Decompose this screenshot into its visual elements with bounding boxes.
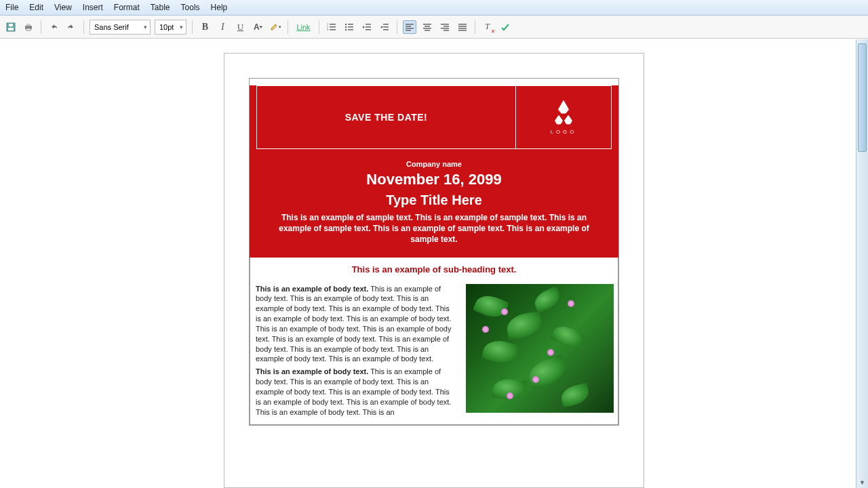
bold-icon[interactable]: B	[198, 20, 212, 34]
svg-rect-13	[348, 24, 353, 25]
svg-rect-22	[383, 26, 389, 28]
svg-rect-39	[458, 30, 467, 31]
font-family-select[interactable]: Sans Serif	[90, 20, 151, 35]
spellcheck-icon[interactable]	[498, 20, 512, 34]
print-icon[interactable]	[22, 20, 35, 34]
svg-rect-32	[441, 24, 449, 25]
svg-rect-2	[9, 24, 13, 26]
logo-icon	[555, 100, 572, 125]
align-right-icon[interactable]	[438, 20, 452, 34]
menu-format[interactable]: Format	[114, 3, 140, 12]
svg-point-14	[344, 26, 346, 27]
scroll-down-icon[interactable]: ▼	[856, 477, 868, 488]
bullet-list-icon[interactable]	[342, 20, 356, 34]
event-title[interactable]: Type Title Here	[270, 192, 598, 208]
svg-rect-1	[8, 28, 14, 30]
svg-rect-33	[443, 26, 449, 27]
svg-rect-24	[406, 24, 414, 25]
svg-rect-30	[423, 28, 431, 29]
body-text[interactable]: This is an example of body text. This is…	[250, 280, 462, 424]
svg-rect-4	[26, 24, 31, 26]
svg-rect-34	[441, 28, 449, 29]
subheading[interactable]: This is an example of sub-heading text.	[250, 258, 618, 280]
indent-icon[interactable]	[378, 20, 391, 34]
document-canvas[interactable]: SAVE THE DATE! LOGO Company name Novembe…	[0, 39, 868, 488]
menu-insert[interactable]: Insert	[83, 3, 103, 12]
svg-rect-15	[348, 26, 353, 28]
italic-icon[interactable]: I	[216, 20, 229, 34]
svg-rect-20	[366, 29, 371, 30]
numbered-list-icon[interactable]: 123	[325, 20, 338, 34]
svg-rect-17	[348, 29, 353, 30]
menu-help[interactable]: Help	[211, 3, 228, 12]
svg-rect-19	[366, 26, 371, 28]
logo-cell: LOGO	[516, 86, 611, 148]
document-frame: SAVE THE DATE! LOGO Company name Novembe…	[249, 78, 619, 426]
banner-text[interactable]: SAVE THE DATE!	[257, 86, 516, 148]
clear-formatting-icon[interactable]: T✕	[481, 20, 494, 34]
body-lead-2: This is an example of body text.	[256, 367, 368, 375]
svg-rect-27	[406, 30, 411, 31]
underline-icon[interactable]: U	[233, 20, 247, 34]
align-left-icon[interactable]	[403, 20, 416, 34]
body-paragraph: This is an example of body text. This is…	[256, 285, 451, 363]
svg-rect-23	[383, 29, 389, 30]
save-icon[interactable]	[4, 20, 18, 34]
svg-rect-7	[330, 24, 336, 25]
svg-rect-21	[383, 24, 389, 25]
toolbar: Sans Serif 10pt B I U A▾ ▾ Link 123 T✕	[0, 16, 868, 39]
menu-edit[interactable]: Edit	[29, 3, 43, 12]
menu-table[interactable]: Table	[151, 3, 170, 12]
outdent-icon[interactable]	[360, 20, 374, 34]
body-image-cell	[462, 280, 618, 424]
svg-rect-26	[406, 28, 414, 29]
svg-point-16	[344, 28, 346, 30]
svg-rect-37	[458, 26, 467, 27]
svg-rect-5	[26, 28, 31, 30]
menu-file[interactable]: File	[5, 3, 18, 12]
svg-rect-18	[366, 24, 371, 25]
body-lead: This is an example of body text.	[256, 285, 368, 293]
svg-rect-29	[425, 26, 430, 27]
highlight-icon[interactable]: ▾	[269, 20, 282, 34]
text-color-icon[interactable]: A▾	[251, 20, 264, 34]
svg-rect-11	[330, 29, 336, 30]
svg-rect-38	[458, 28, 467, 29]
event-date[interactable]: November 16, 2099	[270, 171, 598, 188]
link-button[interactable]: Link	[294, 23, 313, 31]
align-center-icon[interactable]	[420, 20, 434, 34]
plant-photo[interactable]	[466, 284, 614, 413]
svg-rect-9	[330, 26, 336, 28]
svg-rect-28	[423, 24, 431, 25]
undo-icon[interactable]	[47, 20, 60, 34]
page: SAVE THE DATE! LOGO Company name Novembe…	[224, 53, 644, 488]
font-size-select[interactable]: 10pt	[155, 20, 186, 35]
svg-rect-36	[458, 24, 467, 25]
menu-bar: File Edit View Insert Format Table Tools…	[0, 0, 868, 16]
header-block: SAVE THE DATE! LOGO Company name Novembe…	[250, 85, 618, 258]
scroll-thumb[interactable]	[858, 43, 867, 152]
menu-view[interactable]: View	[54, 3, 72, 12]
menu-tools[interactable]: Tools	[181, 3, 200, 12]
svg-rect-25	[406, 26, 411, 27]
redo-icon[interactable]	[64, 20, 78, 34]
svg-point-12	[344, 23, 346, 24]
sample-text[interactable]: This is an example of sample text. This …	[270, 212, 598, 245]
body-row: This is an example of body text. This is…	[250, 280, 618, 425]
svg-rect-35	[443, 30, 449, 31]
company-name[interactable]: Company name	[270, 160, 598, 168]
svg-text:3: 3	[327, 28, 329, 31]
svg-rect-31	[425, 30, 430, 31]
logo-label: LOGO	[550, 129, 576, 135]
vertical-scrollbar[interactable]: ▼	[856, 39, 868, 488]
align-justify-icon[interactable]	[456, 20, 469, 34]
